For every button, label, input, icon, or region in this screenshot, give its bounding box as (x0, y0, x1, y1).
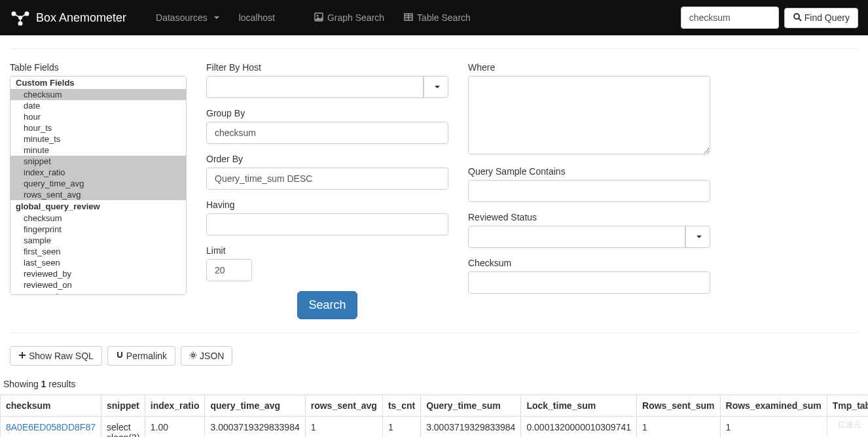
filter-by-host-label: Filter By Host (206, 62, 448, 73)
table-header-row: checksumsnippetindex_ratioquery_time_avg… (1, 395, 869, 417)
caret-down-icon (435, 86, 440, 88)
checksum-label: Checksum (468, 258, 710, 268)
order-by-label: Order By (206, 154, 448, 164)
results-count: Showing 1 results (0, 379, 868, 389)
cell-index-ratio: 1.00 (145, 417, 205, 438)
column-header[interactable]: Lock_time_sum (521, 395, 637, 417)
cell-tmp-table-sum (827, 417, 868, 438)
where-textarea[interactable] (468, 76, 710, 154)
column-header[interactable]: snippet (101, 395, 145, 417)
cell-query-time-avg: 3.0003719329833984 (205, 417, 305, 438)
field-option[interactable]: reviewed_by (10, 268, 186, 279)
nav-links: Datasources localhost (146, 3, 285, 33)
anemometer-logo-icon (10, 10, 31, 26)
svg-point-17 (192, 354, 194, 357)
column-header[interactable]: query_time_avg (205, 395, 305, 417)
field-option[interactable]: checksum (10, 213, 186, 224)
field-option[interactable]: last_seen (10, 257, 186, 268)
column-header[interactable]: Query_time_sum (421, 395, 521, 417)
table-fields-select[interactable]: Custom Fieldschecksumdatehourhour_tsminu… (10, 76, 187, 295)
column-header[interactable]: checksum (1, 395, 101, 417)
permalink-button[interactable]: Permalink (107, 346, 175, 366)
column-header[interactable]: Tmp_table_sum (827, 395, 868, 417)
json-button[interactable]: JSON (181, 346, 232, 366)
brand-text: Box Anemometer (36, 11, 126, 25)
filter-by-host-input[interactable] (206, 76, 424, 98)
field-option[interactable]: date (10, 100, 186, 111)
field-option[interactable]: first_seen (10, 246, 186, 257)
having-input[interactable] (206, 213, 448, 236)
field-option[interactable]: hour (10, 111, 186, 122)
cell-snippet: select sleep(3) as t (101, 417, 145, 438)
image-icon (314, 12, 323, 24)
find-query-button[interactable]: Find Query (784, 8, 858, 28)
reviewed-status-label: Reviewed Status (468, 212, 710, 222)
nav-datasources[interactable]: Datasources (146, 3, 229, 33)
search-button[interactable]: Search (297, 291, 357, 319)
checksum-search-input[interactable] (681, 7, 779, 29)
nav-links-right: Graph Search Table Search (304, 3, 480, 33)
cell-rows-sent-avg: 1 (305, 417, 382, 438)
field-option[interactable]: comments (10, 290, 186, 295)
field-option[interactable]: checksum (10, 89, 186, 100)
field-option[interactable]: rows_sent_avg (10, 189, 186, 200)
field-option[interactable]: minute_ts (10, 133, 186, 145)
reviewed-status-input[interactable] (468, 226, 685, 248)
optgroup-label: global_query_review (10, 200, 186, 213)
cell-query-time-sum: 3.0003719329833984 (421, 417, 521, 438)
field-option[interactable]: query_time_avg (10, 178, 186, 189)
navbar: Box Anemometer Datasources localhost Gra… (0, 0, 868, 35)
group-by-label: Group By (206, 108, 448, 118)
cell-rows-sent-sum: 1 (637, 417, 720, 438)
checksum-input[interactable] (468, 271, 710, 294)
field-option[interactable]: fingerprint (10, 224, 186, 235)
column-header[interactable]: rows_sent_avg (305, 395, 382, 417)
query-sample-contains-input[interactable] (468, 180, 710, 202)
column-header[interactable]: Rows_examined_sum (720, 395, 827, 417)
svg-point-8 (316, 14, 318, 16)
field-option[interactable]: index_ratio (10, 167, 186, 178)
caret-down-icon (696, 236, 702, 238)
nav-graph-search[interactable]: Graph Search (304, 3, 394, 33)
field-option[interactable]: sample (10, 235, 186, 246)
caret-down-icon (214, 16, 219, 19)
svg-point-13 (794, 14, 799, 19)
gear-icon (189, 351, 197, 361)
search-icon (793, 12, 802, 24)
nav-localhost[interactable]: localhost (229, 3, 285, 33)
plus-icon (18, 351, 26, 361)
field-option[interactable]: snippet (10, 156, 186, 167)
group-by-input[interactable] (206, 122, 448, 144)
where-label: Where (468, 62, 710, 73)
limit-input[interactable] (206, 259, 252, 281)
column-header[interactable]: Rows_sent_sum (637, 395, 720, 417)
filter-by-host-dropdown-button[interactable] (424, 76, 448, 98)
table-fields-label: Table Fields (10, 62, 187, 73)
checksum-link[interactable]: 8A0E6ED058DD8F87 (6, 422, 96, 432)
field-option[interactable]: minute (10, 145, 186, 156)
reviewed-status-dropdown-button[interactable] (685, 226, 710, 248)
nav-search-form: Find Query (681, 7, 858, 29)
table-icon (404, 12, 413, 24)
field-option[interactable]: reviewed_on (10, 279, 186, 290)
magnet-icon (116, 351, 124, 361)
column-header[interactable]: ts_cnt (382, 395, 420, 417)
order-by-input[interactable] (206, 167, 448, 190)
table-row: 8A0E6ED058DD8F87 select sleep(3) as t 1.… (1, 417, 869, 438)
limit-label: Limit (206, 245, 448, 256)
column-header[interactable]: index_ratio (145, 395, 205, 417)
nav-table-search[interactable]: Table Search (394, 3, 480, 33)
brand-link[interactable]: Box Anemometer (10, 0, 136, 35)
having-label: Having (206, 200, 448, 210)
cell-rows-examined-sum: 1 (720, 417, 827, 438)
optgroup-label: Custom Fields (10, 77, 186, 89)
field-option[interactable]: hour_ts (10, 122, 186, 133)
show-raw-sql-button[interactable]: Show Raw SQL (10, 346, 102, 366)
results-table: checksumsnippetindex_ratioquery_time_avg… (0, 394, 868, 437)
cell-lock-time-sum: 0.0001320000010309741 (521, 417, 637, 438)
svg-line-14 (799, 18, 801, 21)
cell-ts-cnt: 1 (382, 417, 420, 438)
query-sample-contains-label: Query Sample Contains (468, 166, 710, 177)
